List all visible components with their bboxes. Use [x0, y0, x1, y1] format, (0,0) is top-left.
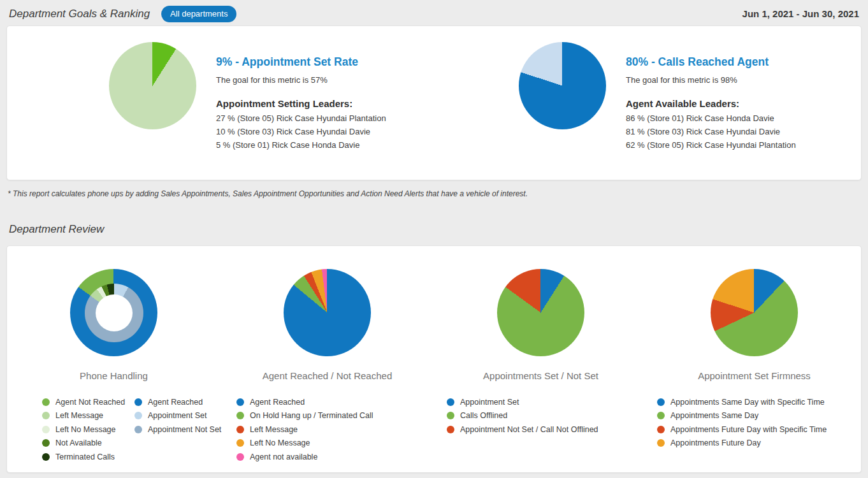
- goal-title: 80% - Calls Reached Agent: [626, 55, 796, 69]
- legend-color-dot: [236, 412, 244, 419]
- legend-item[interactable]: Not Available: [42, 437, 134, 451]
- legend-item[interactable]: Appointments Same Day with Specific Time: [657, 395, 827, 409]
- legend-item[interactable]: Agent not available: [236, 450, 373, 464]
- leader-line: 62 % (Store 05) Rick Case Hyundai Planta…: [626, 141, 796, 149]
- legend-item[interactable]: Left No Message: [42, 423, 134, 437]
- legend-color-dot: [134, 398, 142, 406]
- legend-label: Agent Reached: [148, 398, 203, 407]
- legend-color-dot: [42, 426, 50, 433]
- leader-line: 86 % (Store 01) Rick Case Honda Davie: [626, 114, 796, 122]
- goals-panel: 9% - Appointment Set Rate The goal for t…: [6, 25, 862, 180]
- legend-label: Appointments Same Day: [670, 411, 758, 420]
- legend-color-dot: [236, 426, 244, 433]
- section-title-department-review: Department Review: [9, 223, 868, 236]
- legend-color-dot: [657, 412, 665, 419]
- phone-handling-legend: Agent Not Reached Left Message Left No M…: [42, 395, 221, 464]
- page-title: Department Goals & Ranking: [9, 8, 150, 20]
- date-range-selector[interactable]: Jun 1, 2021 - Jun 30, 2021: [742, 8, 859, 19]
- report-footnote: * This report calculates phone ups by ad…: [8, 189, 862, 198]
- appointment-set-rate-pie-chart[interactable]: [109, 42, 196, 129]
- legend-label: Appointments Future Day with Specific Ti…: [670, 425, 827, 434]
- goal-text-appointment-set-rate: 9% - Appointment Set Rate The goal for t…: [216, 42, 386, 180]
- legend-label: Appointments Future Day: [670, 438, 761, 447]
- legend-color-dot: [657, 439, 665, 447]
- all-departments-badge[interactable]: All departments: [161, 6, 236, 22]
- legend-label: Appointment Set: [148, 411, 206, 420]
- legend-item[interactable]: Appointment Not Set: [134, 423, 221, 437]
- legend-color-dot: [447, 426, 454, 433]
- leader-line: 81 % (Store 03) Rick Case Hyundai Davie: [626, 127, 796, 136]
- leaders-title: Agent Available Leaders:: [626, 98, 796, 109]
- chart-title: Agent Reached / Not Reached: [263, 370, 392, 381]
- legend-label: Left Message: [250, 425, 298, 434]
- legend-label: Agent Not Reached: [55, 398, 125, 407]
- legend-label: Left No Message: [55, 425, 116, 434]
- legend-color-dot: [42, 398, 50, 406]
- legend-label: Not Available: [55, 438, 102, 447]
- leader-line: 5 % (Store 01) Rick Case Honda Davie: [216, 141, 386, 149]
- legend-color-dot: [42, 439, 50, 447]
- legend-color-dot: [236, 453, 244, 461]
- chart-title: Appointments Set / Not Set: [483, 370, 598, 381]
- legend-label: Appointment Not Set / Call Not Offlined: [460, 425, 598, 434]
- leader-line: 10 % (Store 03) Rick Case Hyundai Davie: [216, 127, 386, 136]
- goal-title: 9% - Appointment Set Rate: [216, 55, 386, 69]
- legend-color-dot: [236, 398, 244, 406]
- legend-label: Calls Offlined: [460, 411, 507, 420]
- legend-item[interactable]: Appointment Not Set / Call Not Offlined: [447, 423, 598, 437]
- legend-item[interactable]: Appointment Set: [134, 409, 221, 423]
- chart-title: Appointment Set Firmness: [698, 370, 811, 381]
- legend-color-dot: [236, 439, 244, 447]
- chart-column-appointments-set: Appointments Set / Not Set Appointment S…: [434, 246, 647, 472]
- legend-label: On Hold Hang up / Terminated Call: [250, 411, 373, 420]
- legend-label: Left Message: [55, 411, 103, 420]
- legend-item[interactable]: Agent Reached: [236, 395, 373, 409]
- legend-color-dot: [134, 426, 142, 433]
- appointment-firmness-legend: Appointments Same Day with Specific Time…: [657, 395, 827, 450]
- legend-label: Appointment Set: [460, 398, 519, 407]
- agent-reached-legend: Agent Reached On Hold Hang up / Terminat…: [236, 395, 373, 464]
- legend-label: Terminated Calls: [55, 453, 115, 461]
- legend-item[interactable]: On Hold Hang up / Terminated Call: [236, 409, 373, 423]
- goal-block-calls-reached-agent: 80% - Calls Reached Agent The goal for t…: [434, 26, 861, 180]
- department-review-panel: Phone Handling Agent Not Reached Left Me…: [6, 245, 862, 473]
- phone-handling-donut-chart[interactable]: [70, 269, 157, 356]
- leaders-title: Appointment Setting Leaders:: [216, 98, 386, 109]
- legend-item[interactable]: Appointments Same Day: [657, 409, 827, 423]
- legend-label: Appointment Not Set: [148, 425, 221, 434]
- legend-item[interactable]: Appointment Set: [447, 395, 598, 409]
- legend-item[interactable]: Left Message: [236, 423, 373, 437]
- agent-reached-pie-chart[interactable]: [284, 269, 371, 356]
- legend-color-dot: [657, 426, 665, 433]
- appointments-set-pie-chart[interactable]: [497, 269, 584, 356]
- leader-line: 27 % (Store 05) Rick Case Hyundai Planta…: [216, 114, 386, 122]
- legend-item[interactable]: Appointments Future Day with Specific Ti…: [657, 423, 827, 437]
- calls-reached-agent-pie-chart[interactable]: [519, 42, 606, 129]
- page-header: Department Goals & Ranking All departmen…: [0, 0, 868, 25]
- goal-subtitle: The goal for this metric is 98%: [626, 75, 796, 85]
- legend-label: Agent not available: [250, 453, 317, 461]
- appointments-set-legend: Appointment Set Calls Offlined Appointme…: [447, 395, 598, 437]
- goal-text-calls-reached-agent: 80% - Calls Reached Agent The goal for t…: [626, 42, 796, 180]
- goal-block-appointment-set-rate: 9% - Appointment Set Rate The goal for t…: [7, 26, 434, 180]
- chart-column-agent-reached: Agent Reached / Not Reached Agent Reache…: [221, 246, 434, 472]
- legend-item[interactable]: Agent Reached: [134, 395, 221, 409]
- legend-item[interactable]: Left Message: [42, 409, 134, 423]
- legend-color-dot: [447, 398, 454, 406]
- chart-column-phone-handling: Phone Handling Agent Not Reached Left Me…: [7, 246, 221, 472]
- legend-color-dot: [42, 453, 50, 461]
- appointment-firmness-pie-chart[interactable]: [711, 269, 798, 356]
- legend-item[interactable]: Left No Message: [236, 437, 373, 451]
- legend-item[interactable]: Calls Offlined: [447, 409, 598, 423]
- chart-title: Phone Handling: [80, 370, 148, 381]
- legend-item[interactable]: Appointments Future Day: [657, 437, 827, 451]
- legend-color-dot: [42, 412, 50, 419]
- legend-item[interactable]: Agent Not Reached: [42, 395, 134, 409]
- legend-label: Appointments Same Day with Specific Time: [670, 398, 825, 407]
- legend-color-dot: [134, 412, 142, 419]
- donut-hole: [96, 294, 133, 331]
- legend-item[interactable]: Terminated Calls: [42, 450, 134, 464]
- legend-color-dot: [447, 412, 454, 419]
- legend-label: Left No Message: [250, 438, 310, 447]
- legend-label: Agent Reached: [250, 398, 305, 407]
